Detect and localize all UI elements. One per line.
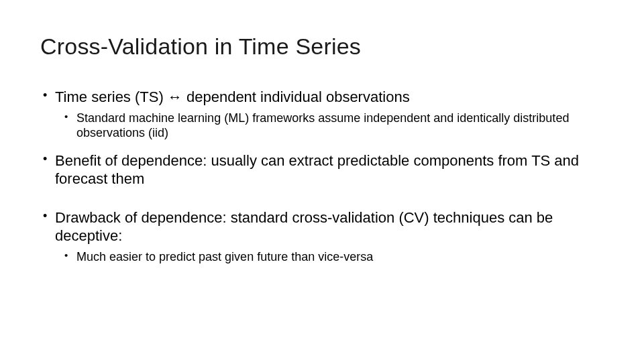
bullet-text: Benefit of dependence: usually can extra… [55,152,579,188]
list-item: Drawback of dependence: standard cross-v… [55,208,604,265]
list-item: Much easier to predict past given future… [76,249,604,265]
bullet-list-level1: Drawback of dependence: standard cross-v… [40,208,604,265]
list-item: Time series (TS) ↔ dependent individual … [55,88,604,141]
bullet-text: Standard machine learning (ML) framework… [76,111,569,140]
list-item: Benefit of dependence: usually can extra… [55,152,604,188]
list-item: Standard machine learning (ML) framework… [76,111,604,141]
bullet-text: Much easier to predict past given future… [76,250,373,263]
slide-title: Cross-Validation in Time Series [40,34,604,60]
bullet-text: Time series (TS) ↔ dependent individual … [55,88,410,105]
bullet-list-level2: Standard machine learning (ML) framework… [55,111,604,141]
spacer [40,199,604,208]
bullet-text: Drawback of dependence: standard cross-v… [55,209,553,245]
bullet-list-level1: Time series (TS) ↔ dependent individual … [40,88,604,188]
bullet-list-level2: Much easier to predict past given future… [55,249,604,265]
